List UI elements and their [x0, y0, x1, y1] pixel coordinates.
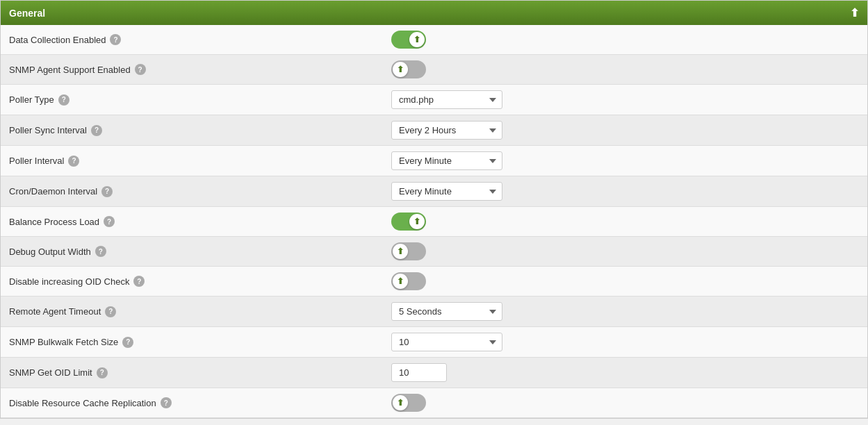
toggle-thumb-balance-process-load: ⬆: [409, 214, 425, 229]
label-text-remote-agent-timeout: Remote Agent Timeout: [9, 306, 101, 317]
label-text-poller-type: Poller Type: [9, 94, 54, 105]
select-poller-interval[interactable]: Every MinuteEvery 5 MinutesEvery 10 Minu…: [391, 151, 502, 170]
toggle-thumb-disable-resource-cache-replication: ⬆: [393, 395, 408, 410]
toggle-balance-process-load[interactable]: ⬆: [391, 212, 426, 231]
settings-row-snmp-bulkwalk-fetch-size: SNMP Bulkwalk Fetch Size?102050100: [1, 327, 867, 358]
select-snmp-bulkwalk-fetch-size[interactable]: 102050100: [391, 333, 502, 351]
help-icon-snmp-get-oid-limit[interactable]: ?: [97, 367, 108, 378]
label-text-disable-increasing-oid-check: Disable increasing OID Check: [9, 276, 129, 287]
select-poller-sync-interval[interactable]: Every 2 HoursEvery HourEvery 30 MinutesE…: [391, 121, 502, 140]
label-poller-interval: Poller Interval?: [1, 149, 383, 174]
label-text-debug-output-width: Debug Output Width: [9, 247, 91, 257]
toggle-thumb-icon-disable-resource-cache-replication: ⬆: [397, 398, 404, 408]
help-icon-poller-sync-interval[interactable]: ?: [91, 125, 102, 136]
toggle-thumb-snmp-agent-support-enabled: ⬆: [393, 62, 408, 77]
toggle-debug-output-width[interactable]: ⬆: [391, 242, 426, 260]
settings-row-snmp-get-oid-limit: SNMP Get OID Limit?: [1, 358, 867, 388]
label-snmp-agent-support-enabled: SNMP Agent Support Enabled?: [1, 57, 383, 82]
settings-row-cron-daemon-interval: Cron/Daemon Interval?Every MinuteEvery 5…: [1, 176, 867, 207]
label-text-balance-process-load: Balance Process Load: [9, 217, 99, 227]
toggle-thumb-icon-snmp-agent-support-enabled: ⬆: [397, 65, 404, 74]
select-poller-type[interactable]: cmd.phpspine: [391, 90, 502, 109]
help-icon-disable-resource-cache-replication[interactable]: ?: [161, 397, 172, 408]
help-icon-remote-agent-timeout[interactable]: ?: [105, 306, 116, 317]
help-icon-debug-output-width[interactable]: ?: [95, 246, 106, 257]
control-poller-interval: Every MinuteEvery 5 MinutesEvery 10 Minu…: [383, 146, 867, 176]
settings-row-poller-type: Poller Type?cmd.phpspine: [1, 85, 867, 115]
control-poller-type: cmd.phpspine: [383, 85, 867, 115]
label-data-collection-enabled: Data Collection Enabled?: [1, 27, 383, 52]
label-snmp-bulkwalk-fetch-size: SNMP Bulkwalk Fetch Size?: [1, 330, 383, 355]
help-icon-snmp-bulkwalk-fetch-size[interactable]: ?: [122, 337, 133, 348]
select-remote-agent-timeout[interactable]: 5 Seconds10 Seconds15 Seconds30 Seconds6…: [391, 302, 502, 321]
settings-row-disable-resource-cache-replication: Disable Resource Cache Replication?⬆: [1, 388, 867, 418]
help-icon-poller-type[interactable]: ?: [58, 94, 69, 106]
panel-title: General: [9, 8, 45, 19]
toggle-disable-increasing-oid-check[interactable]: ⬆: [391, 272, 426, 290]
settings-row-debug-output-width: Debug Output Width?⬆: [1, 237, 867, 267]
settings-rows: Data Collection Enabled?⬆SNMP Agent Supp…: [1, 25, 867, 418]
toggle-thumb-data-collection-enabled: ⬆: [409, 32, 425, 47]
label-text-poller-interval: Poller Interval: [9, 156, 64, 166]
toggle-thumb-debug-output-width: ⬆: [393, 244, 408, 259]
settings-row-poller-sync-interval: Poller Sync Interval?Every 2 HoursEvery …: [1, 115, 867, 146]
label-balance-process-load: Balance Process Load?: [1, 209, 383, 234]
label-text-poller-sync-interval: Poller Sync Interval: [9, 125, 87, 135]
settings-row-poller-interval: Poller Interval?Every MinuteEvery 5 Minu…: [1, 146, 867, 176]
control-debug-output-width: ⬆: [383, 237, 867, 266]
settings-row-balance-process-load: Balance Process Load?⬆: [1, 207, 867, 237]
toggle-snmp-agent-support-enabled[interactable]: ⬆: [391, 60, 426, 78]
toggle-thumb-icon-disable-increasing-oid-check: ⬆: [397, 276, 404, 286]
control-disable-resource-cache-replication: ⬆: [383, 388, 867, 417]
label-text-snmp-bulkwalk-fetch-size: SNMP Bulkwalk Fetch Size: [9, 337, 118, 347]
label-poller-type: Poller Type?: [1, 88, 383, 112]
label-disable-resource-cache-replication: Disable Resource Cache Replication?: [1, 390, 383, 415]
control-poller-sync-interval: Every 2 HoursEvery HourEvery 30 MinutesE…: [383, 115, 867, 145]
label-disable-increasing-oid-check: Disable increasing OID Check?: [1, 269, 383, 294]
settings-row-data-collection-enabled: Data Collection Enabled?⬆: [1, 25, 867, 55]
help-icon-poller-interval[interactable]: ?: [68, 156, 79, 167]
help-icon-snmp-agent-support-enabled[interactable]: ?: [135, 64, 146, 75]
control-disable-increasing-oid-check: ⬆: [383, 267, 867, 296]
panel-header: General ⬆: [1, 1, 867, 25]
label-remote-agent-timeout: Remote Agent Timeout?: [1, 299, 383, 324]
label-text-snmp-get-oid-limit: SNMP Get OID Limit: [9, 367, 92, 378]
toggle-thumb-icon-data-collection-enabled: ⬆: [413, 35, 420, 44]
help-icon-disable-increasing-oid-check[interactable]: ?: [133, 276, 145, 287]
label-text-snmp-agent-support-enabled: SNMP Agent Support Enabled: [9, 65, 131, 75]
label-text-data-collection-enabled: Data Collection Enabled: [9, 35, 106, 45]
help-icon-data-collection-enabled[interactable]: ?: [110, 34, 121, 45]
collapse-icon[interactable]: ⬆: [850, 6, 859, 19]
control-snmp-get-oid-limit: [383, 358, 867, 388]
help-icon-cron-daemon-interval[interactable]: ?: [101, 186, 113, 197]
toggle-thumb-icon-debug-output-width: ⬆: [397, 247, 404, 256]
settings-row-remote-agent-timeout: Remote Agent Timeout?5 Seconds10 Seconds…: [1, 297, 867, 327]
control-remote-agent-timeout: 5 Seconds10 Seconds15 Seconds30 Seconds6…: [383, 297, 867, 326]
settings-row-disable-increasing-oid-check: Disable increasing OID Check?⬆: [1, 267, 867, 297]
toggle-data-collection-enabled[interactable]: ⬆: [391, 31, 426, 49]
label-snmp-get-oid-limit: SNMP Get OID Limit?: [1, 360, 383, 385]
control-balance-process-load: ⬆: [383, 207, 867, 236]
label-cron-daemon-interval: Cron/Daemon Interval?: [1, 179, 383, 204]
label-text-disable-resource-cache-replication: Disable Resource Cache Replication: [9, 398, 156, 408]
label-text-cron-daemon-interval: Cron/Daemon Interval: [9, 186, 97, 197]
control-data-collection-enabled: ⬆: [383, 25, 867, 54]
general-panel: General ⬆ Data Collection Enabled?⬆SNMP …: [0, 0, 868, 419]
settings-row-snmp-agent-support-enabled: SNMP Agent Support Enabled?⬆: [1, 55, 867, 85]
control-snmp-bulkwalk-fetch-size: 102050100: [383, 327, 867, 357]
toggle-thumb-disable-increasing-oid-check: ⬆: [393, 274, 408, 289]
input-snmp-get-oid-limit[interactable]: [391, 363, 447, 382]
toggle-thumb-icon-balance-process-load: ⬆: [413, 217, 420, 226]
label-poller-sync-interval: Poller Sync Interval?: [1, 118, 383, 143]
help-icon-balance-process-load[interactable]: ?: [104, 216, 115, 227]
select-cron-daemon-interval[interactable]: Every MinuteEvery 5 MinutesEvery 10 Minu…: [391, 182, 502, 201]
label-debug-output-width: Debug Output Width?: [1, 239, 383, 264]
control-snmp-agent-support-enabled: ⬆: [383, 55, 867, 84]
toggle-disable-resource-cache-replication[interactable]: ⬆: [391, 394, 426, 412]
control-cron-daemon-interval: Every MinuteEvery 5 MinutesEvery 10 Minu…: [383, 176, 867, 206]
